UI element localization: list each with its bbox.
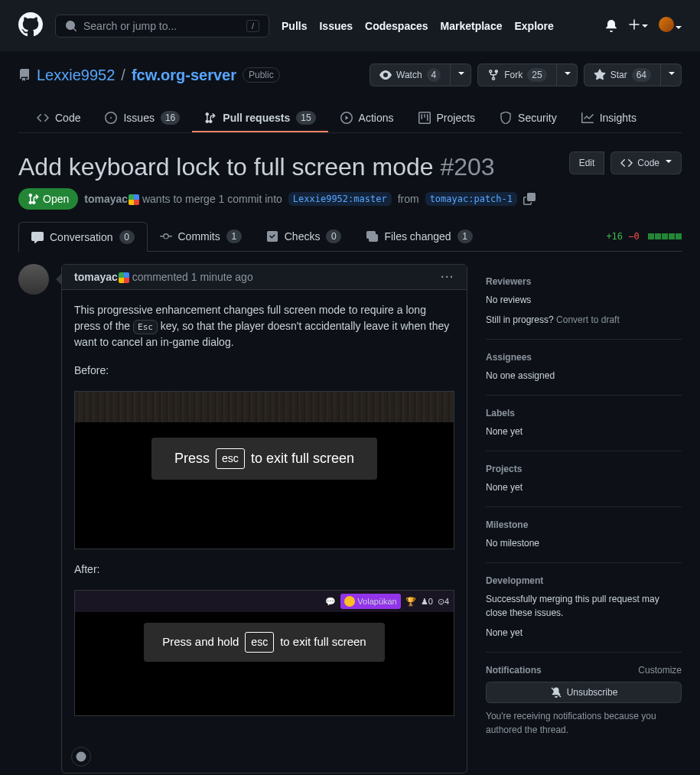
tab-projects[interactable]: Projects bbox=[406, 105, 488, 132]
watch-dropdown[interactable] bbox=[451, 63, 471, 86]
notifications-header: Notifications Customize bbox=[486, 665, 682, 676]
star-button[interactable]: Star 64 bbox=[584, 63, 661, 86]
labels-header[interactable]: Labels bbox=[486, 408, 682, 418]
projects-value: None yet bbox=[486, 480, 682, 494]
repo-icon bbox=[18, 69, 31, 81]
repo-name-link[interactable]: fcw.org-server bbox=[132, 67, 236, 84]
add-menu[interactable] bbox=[628, 18, 648, 33]
search-shortcut: / bbox=[246, 20, 259, 32]
labels-value: None yet bbox=[486, 425, 682, 438]
reviewers-value: No reviews bbox=[486, 293, 682, 307]
code-button[interactable]: Code bbox=[610, 151, 682, 174]
fork-dropdown[interactable] bbox=[557, 63, 578, 86]
tab-security[interactable]: Security bbox=[487, 105, 569, 132]
fork-icon bbox=[487, 69, 500, 81]
trophy-icon: 🏆 bbox=[405, 595, 416, 608]
mute-icon bbox=[550, 686, 562, 698]
after-label: After: bbox=[74, 562, 454, 578]
comment-icon bbox=[31, 231, 44, 243]
projects-header[interactable]: Projects bbox=[486, 464, 682, 474]
subtab-commits[interactable]: Commits1 bbox=[148, 222, 254, 251]
tab-pull-requests[interactable]: Pull requests15 bbox=[192, 105, 327, 132]
google-badge-icon bbox=[119, 272, 129, 283]
bell-icon[interactable] bbox=[605, 20, 617, 32]
user-avatar bbox=[659, 17, 674, 32]
head-branch[interactable]: tomayac:patch-1 bbox=[425, 192, 517, 206]
pr-meta: Open tomayac wants to merge 1 commit int… bbox=[18, 188, 682, 210]
star-icon bbox=[594, 69, 606, 81]
notification-reason: You're receiving notifications because y… bbox=[486, 709, 682, 737]
tab-issues[interactable]: Issues16 bbox=[93, 105, 192, 132]
comment-body: This progressive enhancement changes ful… bbox=[62, 290, 467, 741]
fork-button[interactable]: Fork 25 bbox=[477, 63, 556, 86]
pr-author-link[interactable]: tomayac bbox=[84, 193, 139, 205]
nav-issues[interactable]: Issues bbox=[319, 20, 353, 32]
nav-marketplace[interactable]: Marketplace bbox=[441, 20, 503, 32]
add-reaction-button[interactable] bbox=[71, 747, 91, 767]
tab-actions[interactable]: Actions bbox=[328, 105, 406, 132]
visibility-badge: Public bbox=[243, 67, 280, 83]
file-diff-icon bbox=[366, 230, 378, 243]
search-placeholder: Search or jump to... bbox=[83, 20, 177, 32]
base-branch[interactable]: Lexxie9952:master bbox=[288, 192, 392, 206]
screenshot-before[interactable]: Pressescto exit full screen bbox=[74, 391, 454, 549]
edit-button[interactable]: Edit bbox=[569, 151, 605, 174]
smiley-icon bbox=[75, 751, 87, 763]
copy-icon[interactable] bbox=[523, 193, 536, 205]
comment-timestamp: commented 1 minute ago bbox=[132, 271, 253, 283]
user-menu[interactable] bbox=[659, 17, 682, 34]
assignees-header[interactable]: Assignees bbox=[486, 352, 682, 363]
watch-count: 4 bbox=[427, 68, 441, 82]
diffstat: +16 −0 bbox=[606, 231, 682, 242]
comment-author-link[interactable]: tomayac bbox=[74, 271, 129, 283]
nav-codespaces[interactable]: Codespaces bbox=[365, 20, 428, 32]
milestone-value: No milestone bbox=[486, 536, 682, 550]
state-open-badge: Open bbox=[18, 188, 78, 210]
commit-icon bbox=[160, 230, 172, 243]
code-icon bbox=[620, 157, 633, 169]
comment-box: tomayac commented 1 minute ago ··· This … bbox=[61, 264, 467, 773]
checks-icon bbox=[266, 230, 278, 243]
development-text: Successfully merging this pull request m… bbox=[486, 592, 682, 620]
customize-link[interactable]: Customize bbox=[638, 665, 682, 676]
chat-icon: 💬 bbox=[325, 595, 336, 608]
pr-title: Add keyboard lock to full screen mode #2… bbox=[18, 151, 495, 182]
google-badge-icon bbox=[129, 194, 139, 205]
github-logo[interactable] bbox=[18, 12, 43, 39]
comment-menu[interactable]: ··· bbox=[441, 271, 454, 283]
repo-owner-link[interactable]: Lexxie9952 bbox=[37, 67, 115, 84]
pr-number: #203 bbox=[440, 153, 494, 181]
screenshot-after[interactable]: 💬 Volapükan 🏆 ♟0 ⊙4 Press and holdescto … bbox=[74, 590, 454, 716]
assignees-value: No one assigned bbox=[486, 369, 682, 383]
reviewers-header[interactable]: Reviewers bbox=[486, 276, 682, 287]
subtab-files[interactable]: Files changed1 bbox=[353, 222, 484, 251]
subtab-checks[interactable]: Checks0 bbox=[254, 222, 354, 251]
milestone-header[interactable]: Milestone bbox=[486, 519, 682, 530]
development-header[interactable]: Development bbox=[486, 575, 682, 586]
star-dropdown[interactable] bbox=[661, 63, 682, 86]
search-icon bbox=[65, 20, 77, 32]
tab-code[interactable]: Code bbox=[24, 105, 93, 132]
eye-icon bbox=[379, 69, 392, 81]
git-pull-request-icon bbox=[28, 193, 40, 205]
convert-to-draft-link[interactable]: Convert to draft bbox=[556, 314, 620, 325]
nav-pulls[interactable]: Pulls bbox=[282, 20, 307, 32]
star-count: 64 bbox=[632, 68, 651, 82]
tab-insights[interactable]: Insights bbox=[569, 105, 649, 132]
unsubscribe-button[interactable]: Unsubscribe bbox=[486, 682, 682, 703]
before-label: Before: bbox=[74, 363, 454, 379]
esc-kbd: Esc bbox=[133, 320, 158, 334]
subtab-conversation[interactable]: Conversation0 bbox=[18, 222, 148, 252]
fork-count: 25 bbox=[527, 68, 546, 82]
search-input[interactable]: Search or jump to... / bbox=[55, 15, 269, 37]
nav-explore[interactable]: Explore bbox=[514, 20, 553, 32]
author-avatar[interactable] bbox=[18, 264, 49, 295]
watch-button[interactable]: Watch 4 bbox=[370, 63, 451, 86]
